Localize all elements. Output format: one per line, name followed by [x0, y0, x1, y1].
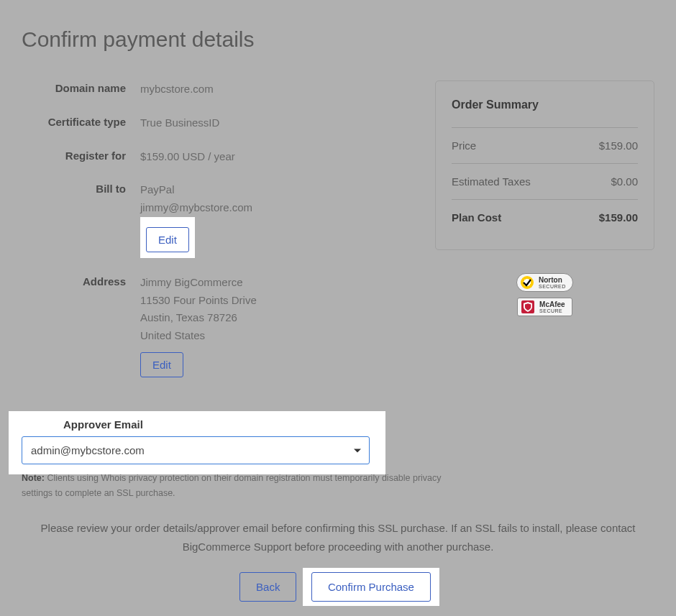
- note-body: Clients using Whois privacy protection o…: [22, 473, 442, 498]
- summary-total-row: Plan Cost $159.00: [452, 199, 638, 235]
- approver-email-label: Approver Email: [63, 418, 373, 431]
- register-for-label: Register for: [22, 148, 140, 162]
- summary-taxes-label: Estimated Taxes: [452, 175, 531, 188]
- bill-to-email: jimmy@mybcstore.com: [140, 199, 252, 217]
- order-summary-title: Order Summary: [452, 98, 638, 111]
- address-label: Address: [22, 274, 140, 288]
- domain-name-value: mybcstore.com: [140, 81, 214, 98]
- summary-taxes-row: Estimated Taxes $0.00: [452, 163, 638, 199]
- order-summary-panel: Order Summary Price $159.00 Estimated Ta…: [435, 81, 654, 250]
- register-for-row: Register for $159.00 USD / year: [22, 148, 406, 166]
- review-instructions: Please review your order details/approve…: [22, 519, 654, 557]
- domain-name-row: Domain name mybcstore.com: [22, 81, 406, 98]
- certificate-type-label: Certificate type: [22, 114, 140, 128]
- approver-email-select[interactable]: admin@mybcstore.com: [22, 436, 370, 464]
- edit-billing-button[interactable]: Edit: [146, 227, 189, 252]
- bill-to-row: Bill to PayPal jimmy@mybcstore.com Edit: [22, 181, 406, 258]
- mcafee-shield-icon: [521, 300, 534, 313]
- norton-check-icon: [521, 276, 534, 289]
- mcafee-sub-text: SECURE: [539, 308, 565, 313]
- address-line1: 11530 Four Points Drive: [140, 292, 257, 310]
- domain-name-label: Domain name: [22, 81, 140, 94]
- address-row: Address Jimmy BigCommerce 11530 Four Poi…: [22, 274, 406, 377]
- confirm-purchase-button[interactable]: Confirm Purchase: [311, 572, 431, 602]
- address-country: United States: [140, 327, 257, 345]
- back-button[interactable]: Back: [239, 572, 296, 602]
- address-line2: Austin, Texas 78726: [140, 309, 257, 327]
- bill-to-method: PayPal: [140, 181, 252, 199]
- bill-to-label: Bill to: [22, 181, 140, 195]
- norton-brand-text: Norton: [539, 276, 562, 284]
- mcafee-secure-badge: McAfee SECURE: [517, 298, 572, 316]
- certificate-type-row: Certificate type True BusinessID: [22, 114, 406, 132]
- register-for-value: $159.00 USD / year: [140, 148, 235, 166]
- summary-total-label: Plan Cost: [452, 211, 501, 224]
- summary-taxes-value: $0.00: [611, 175, 638, 188]
- summary-total-value: $159.00: [599, 211, 638, 224]
- edit-address-button[interactable]: Edit: [140, 352, 183, 377]
- address-name: Jimmy BigCommerce: [140, 274, 257, 292]
- norton-secured-badge: Norton SECURED: [516, 273, 573, 292]
- certificate-type-value: True BusinessID: [140, 114, 219, 132]
- note-prefix: Note:: [22, 473, 45, 483]
- mcafee-brand-text: McAfee: [539, 300, 565, 308]
- norton-sub-text: SECURED: [539, 284, 566, 289]
- approver-email-section: Approver Email admin@mybcstore.com: [9, 411, 385, 474]
- summary-price-value: $159.00: [599, 139, 638, 152]
- summary-price-row: Price $159.00: [452, 127, 638, 163]
- page-title: Confirm payment details: [0, 0, 676, 52]
- whois-note: Note: Clients using Whois privacy protec…: [22, 471, 453, 502]
- summary-price-label: Price: [452, 139, 476, 152]
